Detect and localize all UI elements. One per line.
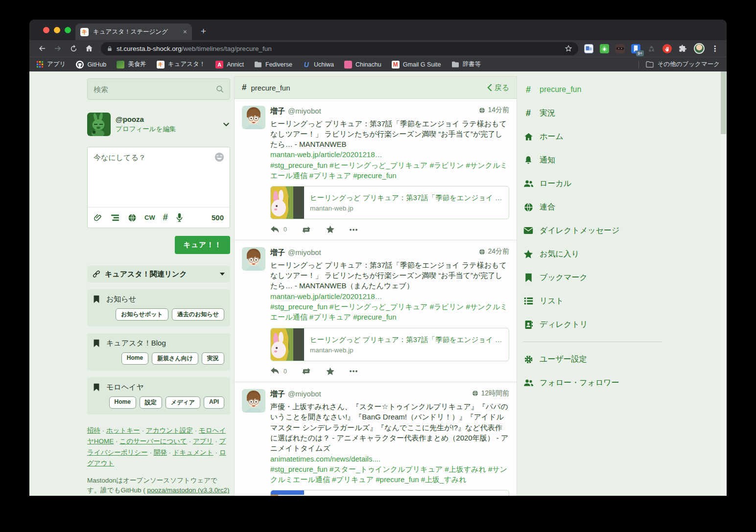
toot-url-link[interactable]: mantan-web.jp/article/20201218…	[270, 291, 509, 301]
privacy-globe-icon[interactable]	[128, 213, 137, 222]
extension-mask-icon[interactable]	[615, 44, 625, 53]
nav-item-federated-timeline[interactable]: 連合	[523, 195, 670, 219]
extension-feedly-icon[interactable]	[600, 44, 609, 53]
toot-hashtags[interactable]: #stg_precure_fun #ヒーリングっど_プリキュア #ラビリン #サ…	[270, 301, 509, 323]
bookmark-item[interactable]: A Annict	[215, 61, 244, 69]
bookmark-item[interactable]: U Uchiwa	[303, 61, 334, 69]
toot-hashtags[interactable]: #stg_precure_fun #スター_トゥインクルプリキュア #上坂すみれ…	[270, 464, 509, 485]
toot[interactable]: 増子 @miyobot 24分前 ヒーリングっど プリキュア：第37話「季節をエ…	[235, 240, 517, 382]
handle[interactable]: @miyobot	[288, 248, 321, 256]
toot-hashtags[interactable]: #stg_precure_fun #ヒーリングっど_プリキュア #ラビリン #サ…	[270, 160, 509, 181]
extension-adblock-icon[interactable]	[662, 44, 672, 53]
bookmark-item[interactable]: キ キュアスタ！	[157, 60, 205, 69]
url-bar[interactable]: st.curesta.b-shock.org/web/timelines/tag…	[101, 42, 578, 55]
footer-link[interactable]: アプリ	[193, 438, 213, 445]
bookmark-item[interactable]: M Gmail G Suite	[392, 61, 441, 69]
more-icon[interactable]	[349, 229, 358, 231]
nav-item-directory[interactable]: ディレクトリ	[523, 313, 670, 336]
github-repo-link[interactable]: pooza/mastodon (v3.3.0rc2)	[147, 486, 229, 494]
extensions-puzzle-icon[interactable]	[678, 44, 687, 53]
reply-icon[interactable]	[270, 226, 280, 234]
browser-profile-avatar[interactable]	[694, 43, 705, 54]
link-button[interactable]: 新規さん向け	[152, 352, 198, 365]
emoji-picker-icon[interactable]	[214, 152, 225, 162]
scrollbar-thumb[interactable]	[721, 71, 726, 134]
link-button[interactable]: メディア	[165, 396, 200, 409]
browser-menu-kebab-icon[interactable]: ⋮	[711, 44, 719, 53]
bookmark-item[interactable]: 美食丼	[117, 60, 146, 69]
bookmark-folder[interactable]: Fediverse	[254, 61, 292, 68]
display-name[interactable]: 増子	[270, 390, 285, 399]
tab-close-icon[interactable]: ×	[183, 28, 187, 36]
display-name[interactable]: 増子	[270, 248, 285, 257]
bookmark-item[interactable]: Chinachu	[344, 61, 381, 69]
extension-photo-icon[interactable]	[584, 44, 593, 53]
footer-link[interactable]: アカウント設定	[146, 427, 193, 434]
other-bookmarks-button[interactable]: その他のブックマーク	[638, 60, 720, 69]
footer-link[interactable]: ドキュメント	[173, 449, 213, 456]
nav-item-direct-messages[interactable]: ダイレクトメッセージ	[523, 219, 670, 242]
bookmark-folder[interactable]: 辞書等	[451, 60, 481, 69]
scrollbar-track[interactable]	[720, 71, 727, 496]
close-window-button[interactable]	[43, 27, 49, 33]
footer-link[interactable]: 招待	[87, 427, 100, 434]
nav-item-notifications[interactable]: 通知	[523, 148, 670, 172]
toot[interactable]: 増子 @miyobot 14分前 ヒーリングっど プリキュア：第37話「季節をエ…	[235, 99, 517, 240]
favourite-icon[interactable]	[326, 225, 335, 234]
timestamp[interactable]: 14分前	[479, 106, 509, 115]
compose-textarea[interactable]	[88, 147, 230, 205]
poll-icon[interactable]	[110, 214, 120, 222]
boost-icon[interactable]	[301, 367, 311, 375]
edit-profile-link[interactable]: プロフィールを編集	[116, 125, 176, 134]
nav-item-follows-followers[interactable]: フォロー・フォロワー	[523, 371, 670, 394]
footer-link[interactable]: このサーバーについて	[119, 438, 187, 445]
boost-icon[interactable]	[301, 226, 311, 234]
nav-item-home[interactable]: ホーム	[523, 125, 670, 148]
nav-item-local-timeline[interactable]: ローカル	[523, 172, 670, 195]
avatar[interactable]	[242, 389, 265, 413]
toot[interactable]: 増子 @miyobot 12時間前 声優・上坂すみれさん、『スター☆トゥインクル…	[235, 382, 517, 496]
link-button[interactable]: API	[204, 396, 224, 409]
microphone-icon[interactable]	[176, 213, 183, 222]
bookmark-star-icon[interactable]	[565, 45, 572, 52]
link-button[interactable]: Home	[121, 352, 148, 365]
link-button[interactable]: Home	[109, 396, 136, 409]
preview-card[interactable]: ヒーリングっど プリキュア：第37話「季節をエンジョイ ラテ… mantan-w…	[270, 328, 509, 361]
extension-flag-icon[interactable]: 9+	[631, 44, 640, 53]
browser-tab[interactable]: キ キュアスタ！ステージング ×	[75, 23, 192, 40]
avatar[interactable]	[242, 247, 265, 271]
content-warning-button[interactable]: CW	[144, 214, 155, 221]
nav-item-favourites[interactable]: お気に入り	[523, 242, 670, 266]
preview-card[interactable]: ヒーリングっど プリキュア：第37話「季節をエンジョイ ラテ… mantan-w…	[270, 186, 509, 219]
hashtag-button[interactable]: #	[163, 212, 168, 223]
related-links-header[interactable]: キュアスタ！関連リンク	[87, 266, 230, 282]
timestamp[interactable]: 24分前	[479, 247, 509, 256]
back-link[interactable]: 戻る	[487, 83, 509, 93]
toot-url-link[interactable]: animatetimes.com/news/details....	[270, 454, 509, 464]
search-input[interactable]	[87, 78, 230, 100]
attach-icon[interactable]	[94, 213, 102, 222]
display-name[interactable]: 増子	[270, 107, 285, 116]
avatar[interactable]	[242, 106, 265, 129]
avatar[interactable]	[87, 113, 111, 136]
timestamp[interactable]: 12時間前	[472, 389, 509, 398]
link-button[interactable]: お知らせボット	[116, 308, 168, 321]
handle[interactable]: @miyobot	[288, 390, 321, 398]
bookmark-item[interactable]: アプリ	[36, 60, 66, 69]
toot-submit-button[interactable]: キュア！！	[175, 236, 230, 254]
nav-item-preferences[interactable]: ユーザー設定	[523, 347, 670, 371]
more-icon[interactable]	[349, 370, 358, 372]
profile-username[interactable]: @pooza	[116, 115, 176, 123]
bookmark-item[interactable]: GitHub	[76, 61, 106, 69]
link-button[interactable]: 実況	[202, 352, 224, 365]
footer-link[interactable]: ホットキー	[106, 427, 140, 434]
reply-icon[interactable]	[270, 367, 280, 375]
nav-item-hashtag-precure-fun[interactable]: # precure_fun	[523, 78, 670, 101]
nav-item-bookmarks[interactable]: ブックマーク	[523, 266, 670, 289]
chevron-down-icon[interactable]	[222, 120, 230, 128]
footer-link[interactable]: 開発	[154, 449, 167, 456]
link-button[interactable]: 過去のお知らせ	[172, 308, 224, 321]
forward-button[interactable]	[51, 42, 65, 55]
toot-url-link[interactable]: mantan-web.jp/article/20201218…	[270, 149, 509, 160]
nav-item-lists[interactable]: リスト	[523, 289, 670, 313]
